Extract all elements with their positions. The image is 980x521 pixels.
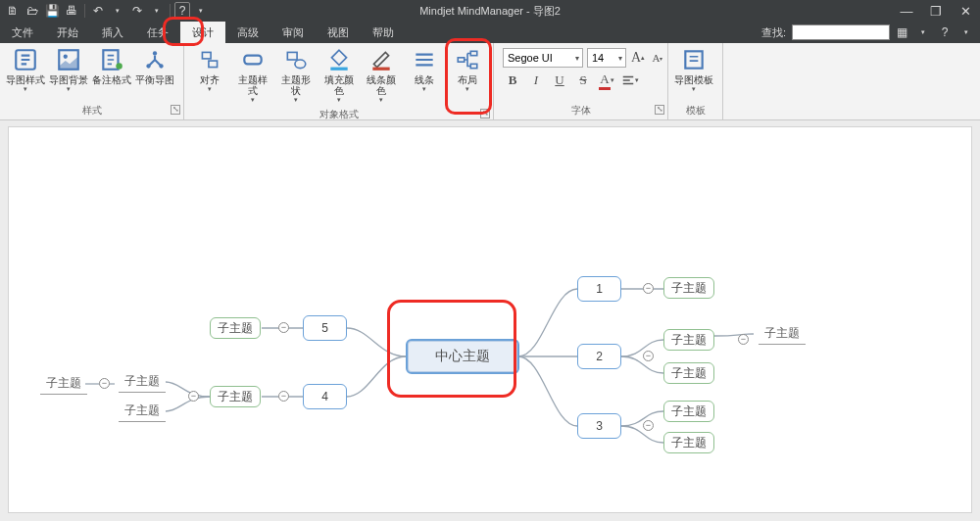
open-button[interactable]: 🗁	[24, 2, 41, 20]
fill-color-button[interactable]: 填充颜色 ▾	[318, 45, 361, 106]
menu-help[interactable]: 帮助	[361, 22, 406, 43]
menubar-layout-icon[interactable]: ▦	[892, 24, 911, 41]
menu-advanced[interactable]: 高级	[225, 22, 270, 43]
topic-right-2[interactable]: 2	[577, 344, 621, 369]
topic-left-4[interactable]: 4	[303, 384, 347, 409]
redo-dropdown[interactable]: ▾	[148, 2, 166, 20]
menu-task[interactable]: 任务	[135, 22, 180, 43]
strike-button[interactable]: S	[573, 71, 593, 90]
menu-start[interactable]: 开始	[45, 22, 90, 43]
find-input[interactable]	[792, 24, 890, 40]
topic-right-3[interactable]: 3	[577, 413, 621, 439]
menu-file[interactable]: 文件	[0, 22, 45, 43]
menu-design[interactable]: 设计	[180, 22, 225, 43]
map-canvas[interactable]: 中心主题 1 2 3 子主题 子主题 子主题 子主题 子主题 子主题 5 4 子…	[8, 126, 972, 513]
menubar-layout-dd[interactable]: ▾	[913, 24, 933, 41]
font-name-select[interactable]: Segoe UI	[503, 48, 583, 68]
window-controls: — ❐ ✕	[892, 0, 980, 22]
menubar-help-dd[interactable]: ▾	[956, 24, 976, 41]
font-color-button[interactable]: A▾	[597, 71, 616, 90]
subtopic[interactable]: 子主题	[663, 362, 714, 384]
topic-left-5[interactable]: 5	[303, 315, 347, 341]
collapse-toggle[interactable]: −	[738, 334, 749, 345]
menubar-help-icon[interactable]: ?	[935, 24, 955, 41]
subtopic[interactable]: 子主题	[210, 386, 261, 407]
align-icon	[197, 47, 222, 72]
svg-rect-10	[244, 56, 261, 65]
line-button[interactable]: 线条 ▾	[403, 45, 446, 95]
note-style-button[interactable]: 备注格式	[90, 45, 133, 87]
help-button[interactable]: ?	[174, 2, 190, 20]
close-button[interactable]: ✕	[951, 0, 980, 22]
menu-view[interactable]: 视图	[316, 22, 361, 43]
svg-rect-9	[209, 61, 218, 68]
shrink-font-button[interactable]: A▾	[650, 50, 665, 66]
collapse-toggle[interactable]: −	[643, 351, 654, 361]
layout-icon	[455, 47, 480, 72]
note-style-icon	[99, 47, 124, 72]
map-bg-icon	[56, 47, 81, 72]
subtopic-plain[interactable]: 子主题	[759, 325, 806, 345]
layout-button[interactable]: 布局 ▾	[446, 45, 489, 95]
italic-button[interactable]: I	[526, 71, 546, 90]
collapse-toggle[interactable]: −	[278, 322, 289, 333]
svg-rect-13	[330, 68, 347, 71]
svg-point-7	[159, 64, 163, 68]
align-button[interactable]: 对齐 ▾	[188, 45, 231, 95]
save-button[interactable]: 💾	[43, 2, 61, 20]
subtopic[interactable]: 子主题	[210, 317, 261, 339]
maximize-button[interactable]: ❐	[921, 0, 951, 22]
svg-point-6	[146, 64, 150, 68]
svg-point-12	[295, 60, 306, 69]
subtopic[interactable]: 子主题	[663, 401, 714, 422]
canvas-area[interactable]: 中心主题 1 2 3 子主题 子主题 子主题 子主题 子主题 子主题 5 4 子…	[0, 120, 980, 521]
collapse-toggle[interactable]: −	[643, 420, 654, 431]
bold-button[interactable]: B	[503, 71, 522, 90]
qat-customize[interactable]: ▾	[192, 2, 210, 20]
subtopic[interactable]: 子主题	[663, 432, 714, 453]
topic-right-1[interactable]: 1	[577, 276, 621, 302]
collapse-toggle[interactable]: −	[188, 391, 199, 402]
balance-button[interactable]: 平衡导图	[133, 45, 176, 87]
dialog-launcher-font[interactable]: ⤡	[655, 105, 664, 115]
new-doc-button[interactable]: 🗎	[4, 2, 22, 20]
subtopic-plain[interactable]: 子主题	[119, 373, 166, 393]
subtopic-plain[interactable]: 子主题	[119, 403, 166, 422]
line-color-button[interactable]: 线条颜色 ▾	[360, 45, 403, 106]
font-size-select[interactable]: 14	[587, 48, 626, 68]
grow-font-button[interactable]: A▴	[630, 50, 646, 66]
print-button[interactable]: 🖶	[63, 2, 80, 20]
redo-button[interactable]: ↷	[128, 2, 146, 20]
topic-style-button[interactable]: 主题样式 ▾	[231, 45, 274, 106]
menu-insert[interactable]: 插入	[90, 22, 135, 43]
svg-rect-18	[685, 51, 702, 68]
svg-rect-14	[373, 68, 390, 71]
undo-button[interactable]: ↶	[89, 2, 107, 20]
quick-access-toolbar: 🗎 🗁 💾 🖶 ↶ ▾ ↷ ▾ ? ▾	[0, 2, 214, 20]
fill-color-icon	[326, 47, 352, 72]
group-style: 导图样式 ▾ 导图背景 ▾ 备注格式 平衡导图 样式⤡	[0, 43, 184, 119]
subtopic-plain[interactable]: 子主题	[40, 375, 87, 395]
minimize-button[interactable]: —	[892, 0, 921, 22]
map-bg-button[interactable]: 导图背景 ▾	[47, 45, 90, 95]
svg-rect-8	[202, 52, 211, 59]
subtopic[interactable]: 子主题	[663, 277, 714, 299]
collapse-toggle[interactable]: −	[99, 378, 110, 389]
undo-dropdown[interactable]: ▾	[109, 2, 126, 20]
topic-shape-button[interactable]: 主题形状 ▾	[274, 45, 318, 106]
center-topic[interactable]: 中心主题	[406, 339, 519, 374]
dialog-launcher-style[interactable]: ⤡	[171, 105, 180, 115]
subtopic[interactable]: 子主题	[663, 329, 714, 351]
line-icon	[412, 47, 437, 72]
menu-bar: 文件 开始 插入 任务 设计 高级 审阅 视图 帮助 查找: ▦ ▾ ? ▾	[0, 22, 980, 43]
collapse-toggle[interactable]: −	[643, 283, 654, 294]
underline-button[interactable]: U	[550, 71, 569, 90]
align-text-button[interactable]: ▾	[620, 71, 640, 90]
group-label-template: 模板	[668, 104, 722, 119]
menu-review[interactable]: 审阅	[270, 22, 316, 43]
collapse-toggle[interactable]: −	[278, 391, 289, 402]
map-style-button[interactable]: 导图样式 ▾	[4, 45, 47, 95]
dialog-launcher-object[interactable]: ⤡	[480, 109, 490, 118]
topic-shape-icon	[283, 47, 309, 72]
map-template-button[interactable]: 导图模板 ▾	[672, 45, 715, 95]
